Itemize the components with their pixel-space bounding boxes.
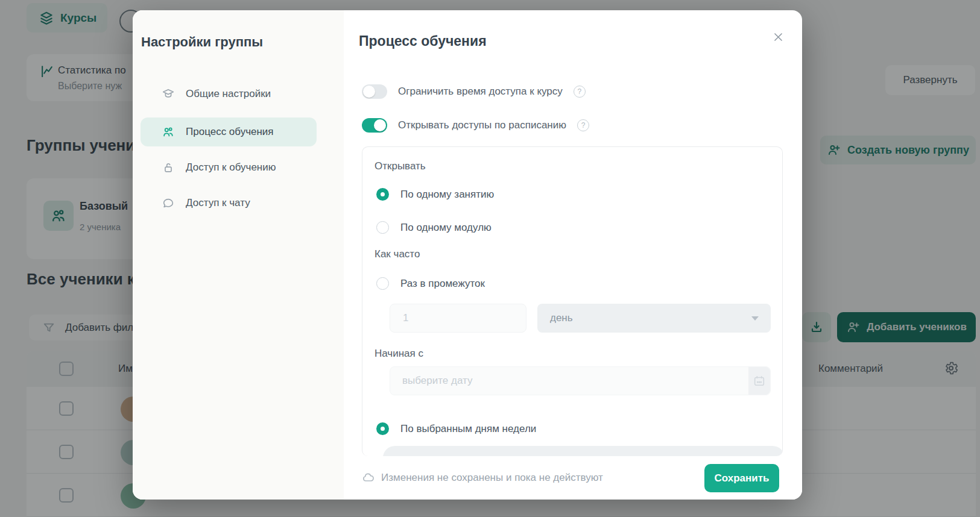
toggle-knob [374, 119, 386, 131]
chat-icon [162, 196, 175, 210]
toggle-knob [363, 86, 375, 98]
sidebar-item-learning-access[interactable]: Доступ к обучению [141, 153, 317, 182]
date-placeholder: выберите дату [402, 375, 472, 387]
sidebar-item-label: Общие настройки [186, 88, 271, 100]
cloud-icon [362, 471, 375, 484]
radio-selected[interactable] [376, 188, 389, 201]
modal-footer: Изменения не сохранены и пока не действу… [344, 456, 802, 500]
start-label: Начиная с [375, 348, 423, 360]
unsaved-status: Изменения не сохранены и пока не действу… [362, 456, 603, 500]
panel-title: Процесс обучения [359, 33, 487, 49]
radio-option-per-module[interactable]: По одному модулю [376, 221, 492, 234]
interval-value-input[interactable] [390, 304, 526, 333]
radio-option-per-lesson[interactable]: По одному занятию [376, 188, 494, 201]
frequency-label: Как часто [375, 248, 420, 260]
calendar-icon[interactable] [748, 367, 770, 395]
radio-option-interval[interactable]: Раз в промежуток [376, 277, 485, 290]
users-icon [162, 125, 175, 139]
lock-open-icon [162, 161, 175, 174]
sidebar-item-label: Процесс обучения [186, 126, 274, 138]
radio-unselected[interactable] [376, 277, 389, 290]
graduation-cap-icon [162, 87, 175, 101]
interval-unit-dropdown[interactable]: день [537, 304, 771, 333]
limit-access-toggle[interactable] [362, 84, 387, 99]
sidebar-item-general-settings[interactable]: Общие настройки [141, 80, 317, 108]
interval-unit-value: день [550, 312, 573, 324]
toggle-label: Открывать доступы по расписанию [398, 119, 566, 131]
radio-selected[interactable] [376, 422, 389, 435]
schedule-access-toggle-row: Открывать доступы по расписанию ? [362, 118, 589, 133]
sidebar-item-label: Доступ к чату [186, 197, 250, 209]
toggle-label: Ограничить время доступа к курсу [398, 86, 563, 98]
save-button[interactable]: Сохранить [704, 464, 779, 492]
help-icon[interactable]: ? [574, 86, 586, 98]
sidebar-item-learning-process[interactable]: Процесс обучения [141, 118, 317, 146]
modal-main-panel: Процесс обучения Ограничить время доступ… [344, 10, 802, 500]
sidebar-item-chat-access[interactable]: Доступ к чату [141, 189, 317, 218]
start-date-input[interactable]: выберите дату [390, 366, 771, 395]
close-icon[interactable] [770, 28, 786, 45]
weekday-selector[interactable] [383, 446, 783, 456]
group-settings-modal: Настройки группы Общие настройки Процесс… [133, 10, 802, 500]
radio-option-weekdays[interactable]: По выбранным дням недели [376, 422, 536, 435]
help-icon[interactable]: ? [577, 119, 589, 131]
modal-sidebar: Настройки группы Общие настройки Процесс… [133, 10, 344, 500]
radio-unselected[interactable] [376, 221, 389, 234]
status-text: Изменения не сохранены и пока не действу… [381, 472, 603, 484]
sidebar-item-label: Доступ к обучению [186, 161, 276, 174]
open-label: Открывать [375, 160, 426, 172]
schedule-access-toggle[interactable] [362, 118, 387, 133]
schedule-settings-box: Открывать По одному занятию По одному мо… [362, 146, 783, 456]
limit-access-toggle-row: Ограничить время доступа к курсу ? [362, 84, 586, 99]
modal-title: Настройки группы [141, 34, 263, 50]
chevron-down-icon [751, 316, 759, 321]
